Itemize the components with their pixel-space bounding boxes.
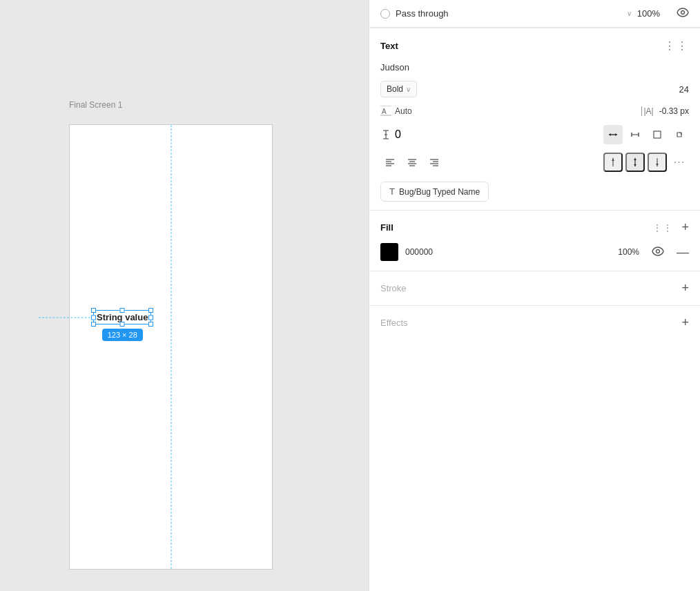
fixed-width-icon [630, 130, 640, 139]
style-pill-text-icon: T [389, 186, 395, 197]
align-btn-truncate[interactable] [670, 125, 689, 144]
frame-label: Final Screen 1 [69, 100, 122, 110]
truncate-icon [674, 130, 684, 139]
valign-bottom-btn[interactable] [648, 153, 667, 172]
blend-chevron-icon[interactable]: ∨ [627, 10, 632, 17]
fixed-size-icon [652, 130, 662, 139]
letter-spacing-item: |A| -0.33 px [641, 106, 689, 116]
align-row: 0 [380, 125, 689, 144]
effects-section: Effects + [369, 305, 700, 340]
fill-opacity-value[interactable]: 100% [612, 247, 639, 257]
text-more-options-btn[interactable]: ··· [670, 153, 689, 172]
svg-marker-31 [634, 158, 636, 160]
effects-section-title: Effects [380, 318, 681, 328]
text-section-header: Text ⋮⋮ [380, 39, 689, 52]
valign-top-icon [608, 157, 618, 167]
align-btn-fixed-width[interactable] [625, 125, 645, 144]
visibility-icon[interactable] [677, 8, 689, 19]
align-btn-auto-width[interactable] [603, 125, 623, 144]
handle-tl[interactable] [91, 308, 96, 313]
letter-spacing-icon: |A| [641, 106, 655, 116]
svg-marker-10 [615, 133, 617, 136]
color-swatch[interactable] [380, 243, 398, 261]
text-align-right-btn[interactable] [425, 153, 444, 172]
top-bar: Pass through ∨ 100% [369, 0, 700, 28]
dimension-badge: 123 × 28 [102, 329, 143, 341]
line-height-value[interactable]: Auto [395, 106, 412, 116]
text-section-title: Text [380, 41, 398, 51]
effects-add-icon[interactable]: + [681, 316, 689, 330]
letter-spacing-value[interactable]: -0.33 px [659, 106, 689, 116]
text-align-center-btn[interactable] [402, 153, 422, 172]
auto-width-icon [608, 130, 618, 139]
blend-mode-label[interactable]: Pass through [396, 8, 620, 19]
color-hex-value[interactable]: 000000 [405, 247, 605, 257]
valign-bottom-icon [652, 157, 662, 167]
dashed-left-line [39, 317, 94, 318]
font-style-select[interactable]: Bold ∨ [380, 81, 417, 97]
text-align-row: ··· [380, 153, 689, 172]
svg-marker-32 [634, 164, 636, 166]
handle-ml[interactable] [91, 315, 96, 320]
svg-point-0 [681, 11, 685, 14]
font-style-label: Bold [387, 84, 403, 94]
fill-remove-icon[interactable]: — [677, 245, 689, 260]
handle-bl[interactable] [91, 322, 96, 327]
phone-frame: String value 123 × 28 [69, 124, 273, 570]
align-btn-fixed-size[interactable] [648, 125, 667, 144]
font-size-field[interactable]: 24 [668, 84, 689, 95]
right-panel: Pass through ∨ 100% Text ⋮⋮ Judson Bold … [369, 0, 700, 591]
fill-row: 000000 100% — [380, 243, 689, 261]
handle-tm[interactable] [120, 308, 125, 313]
svg-marker-34 [656, 164, 659, 166]
handle-tr[interactable] [148, 308, 153, 313]
blend-opacity-value[interactable]: 100% [637, 8, 660, 19]
valign-middle-icon [630, 157, 640, 167]
font-style-row: Bold ∨ 24 [380, 81, 689, 97]
paragraph-spacing-icon [380, 129, 391, 140]
text-more-icon[interactable]: ⋮⋮ [664, 39, 689, 52]
stroke-section-title: Stroke [380, 283, 681, 293]
valign-top-btn[interactable] [603, 153, 623, 172]
metrics-row: A Auto |A| -0.33 px [380, 106, 689, 117]
svg-text:A: A [382, 108, 387, 115]
stroke-header: Stroke + [380, 281, 689, 296]
font-style-chevron: ∨ [406, 86, 411, 93]
text-align-left-btn[interactable] [380, 153, 400, 172]
stroke-section: Stroke + [369, 271, 700, 305]
svg-marker-9 [609, 133, 611, 136]
text-align-left-icon [385, 157, 395, 167]
style-pill[interactable]: T Bug/Bug Typed Name [380, 182, 489, 202]
paragraph-spacing-value[interactable]: 0 [395, 128, 401, 141]
handle-br[interactable] [148, 322, 153, 327]
paragraph-spacing-item: 0 [380, 128, 401, 141]
svg-point-35 [657, 249, 660, 253]
line-height-item: A Auto [380, 106, 412, 117]
effects-header: Effects + [380, 316, 689, 330]
handle-bm[interactable] [120, 322, 125, 327]
handle-mr[interactable] [148, 315, 153, 320]
text-align-right-icon [429, 157, 439, 167]
font-name[interactable]: Judson [380, 62, 689, 72]
text-box[interactable]: String value [93, 310, 151, 324]
line-height-icon: A [380, 106, 391, 117]
stroke-add-icon[interactable]: + [681, 281, 689, 296]
valign-middle-btn[interactable] [625, 153, 645, 172]
fill-visibility-icon[interactable] [652, 246, 664, 258]
text-section: Text ⋮⋮ Judson Bold ∨ 24 A Auto [369, 28, 700, 210]
center-line [171, 125, 171, 569]
fill-section: Fill ⋮⋮ + 000000 100% — [369, 211, 700, 271]
blend-mode-icon [380, 9, 390, 19]
text-element[interactable]: String value 123 × 28 [93, 310, 151, 341]
svg-marker-29 [612, 158, 614, 161]
text-align-center-icon [407, 157, 417, 167]
fill-dots-icon[interactable]: ⋮⋮ [652, 222, 673, 233]
fill-add-icon[interactable]: + [681, 220, 689, 235]
fill-section-title: Fill [380, 222, 652, 233]
text-element-content: String value [97, 312, 148, 322]
canvas-area: Final Screen 1 String value 123 × 28 [0, 0, 369, 591]
style-pill-label: Bug/Bug Typed Name [399, 187, 480, 197]
fill-header: Fill ⋮⋮ + [380, 220, 689, 235]
svg-rect-14 [654, 131, 661, 138]
